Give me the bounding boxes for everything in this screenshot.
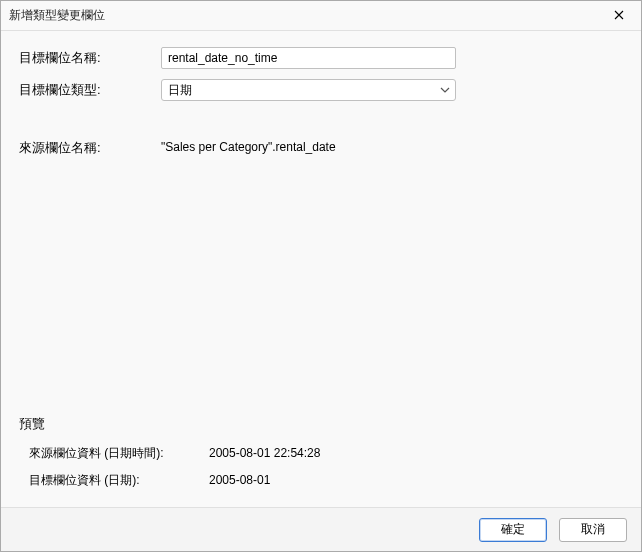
dialog-title: 新增類型變更欄位 xyxy=(9,7,105,24)
button-bar: 確定 取消 xyxy=(1,507,641,551)
target-name-input[interactable] xyxy=(161,47,456,69)
preview-source-label: 來源欄位資料 (日期時間): xyxy=(29,445,209,462)
source-name-label: 來源欄位名稱: xyxy=(19,139,161,157)
preview-target-label: 目標欄位資料 (日期): xyxy=(29,472,209,489)
target-type-label: 目標欄位類型: xyxy=(19,81,161,99)
titlebar: 新增類型變更欄位 xyxy=(1,1,641,31)
target-type-value: 日期 xyxy=(161,79,456,101)
dialog-window: 新增類型變更欄位 目標欄位名稱: 目標欄位類型: 日期 來源欄位名稱: "Sal… xyxy=(0,0,642,552)
source-name-value: "Sales per Category".rental_date xyxy=(161,139,336,157)
target-type-row: 目標欄位類型: 日期 xyxy=(19,79,623,101)
target-name-label: 目標欄位名稱: xyxy=(19,49,161,67)
preview-source-value: 2005-08-01 22:54:28 xyxy=(209,446,320,460)
preview-target-value: 2005-08-01 xyxy=(209,473,270,487)
target-type-select[interactable]: 日期 xyxy=(161,79,456,101)
preview-source-row: 來源欄位資料 (日期時間): 2005-08-01 22:54:28 xyxy=(19,445,623,462)
preview-section: 預覽 來源欄位資料 (日期時間): 2005-08-01 22:54:28 目標… xyxy=(19,415,623,499)
close-button[interactable] xyxy=(597,1,641,31)
source-name-row: 來源欄位名稱: "Sales per Category".rental_date xyxy=(19,139,623,157)
preview-title: 預覽 xyxy=(19,415,623,433)
dialog-content: 目標欄位名稱: 目標欄位類型: 日期 來源欄位名稱: "Sales per Ca… xyxy=(1,31,641,507)
close-icon xyxy=(614,9,624,23)
ok-button[interactable]: 確定 xyxy=(479,518,547,542)
target-name-row: 目標欄位名稱: xyxy=(19,47,623,69)
preview-target-row: 目標欄位資料 (日期): 2005-08-01 xyxy=(19,472,623,489)
spacer xyxy=(19,157,623,407)
cancel-button[interactable]: 取消 xyxy=(559,518,627,542)
